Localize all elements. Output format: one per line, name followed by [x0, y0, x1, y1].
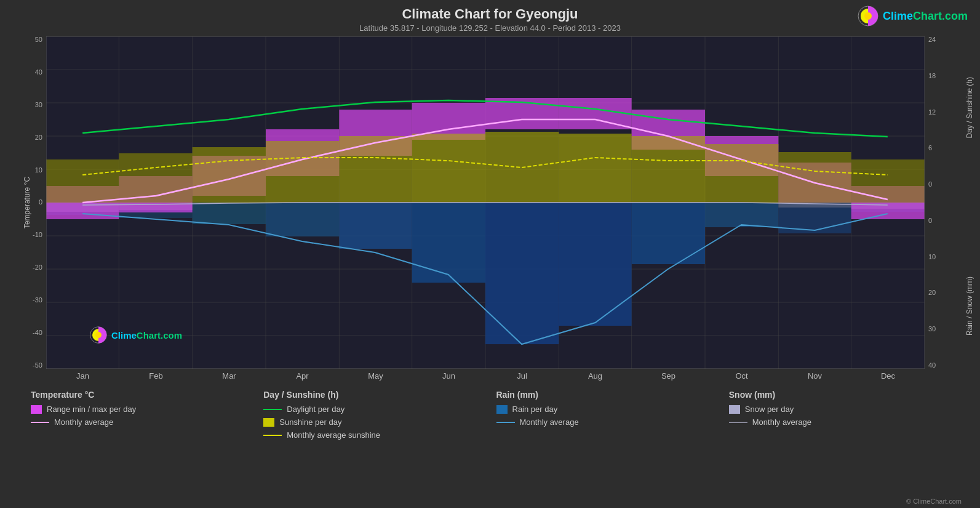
svg-rect-33: [485, 203, 559, 344]
y-tick-0: 0: [39, 199, 42, 206]
svg-rect-62: [559, 134, 631, 203]
legend-rain-label: Rain per day: [512, 405, 558, 414]
logo-icon-bottom: [89, 326, 108, 344]
svg-point-1: [864, 12, 872, 20]
y-tick-neg10: -10: [33, 232, 42, 238]
chart-subtitle: Latitude 35.817 - Longitude 129.252 - El…: [12, 23, 968, 33]
watermark-bottom-left: ClimeChart.com: [89, 326, 182, 344]
x-tick-feb: Feb: [125, 371, 187, 381]
x-tick-may: May: [345, 371, 407, 381]
legend-temperature: Temperature °C Range min / max per day M…: [25, 387, 257, 446]
y-tick-30: 30: [35, 102, 42, 108]
x-tick-jul: Jul: [492, 371, 553, 381]
y-axis-right: 24 18 12 6 0 0 10 20 30 40: [925, 36, 968, 369]
chart-container: Climate Chart for Gyeongju Latitude 35.8…: [0, 0, 980, 508]
svg-rect-57: [193, 147, 266, 203]
watermark-text-bottom: ClimeChart.com: [111, 330, 182, 341]
legend-sunshine-title: Day / Sunshine (h): [263, 390, 484, 400]
svg-rect-63: [632, 136, 705, 203]
copyright: © ClimeChart.com: [906, 498, 962, 505]
y-tick-right-12: 12: [928, 109, 936, 116]
y-tick-right-24: 24: [928, 36, 936, 43]
x-tick-apr: Apr: [272, 371, 333, 381]
legend-sunshine-swatch: Sunshine per day: [263, 417, 484, 427]
legend-rain-per-day: Rain per day: [496, 405, 717, 414]
legend-temp-avg-label: Monthly average: [54, 417, 113, 427]
svg-rect-59: [339, 136, 412, 203]
chart-plot: ClimeChart.com: [46, 36, 925, 369]
y-tick-40: 40: [35, 69, 42, 76]
legend-temp-range-label: Range min / max per day: [47, 405, 136, 414]
svg-rect-31: [339, 203, 412, 249]
x-tick-jun: Jun: [418, 371, 480, 381]
y-tick-right-30: 30: [928, 326, 936, 333]
y-tick-right-0a: 0: [928, 181, 932, 188]
svg-rect-66: [851, 159, 925, 203]
legend-snow-label: Snow per day: [745, 405, 794, 414]
svg-rect-29: [193, 203, 266, 224]
chart-area-wrapper: Temperature °C 50 40 30 20 10 0 -10 -20 …: [12, 36, 968, 369]
y-tick-neg40: -40: [33, 329, 42, 336]
x-axis: Jan Feb Mar Apr May Jun Jul Aug Sep Oct …: [12, 369, 968, 381]
svg-point-3: [95, 332, 102, 338]
legend-snow: Snow (mm) Snow per day Monthly average: [723, 387, 955, 446]
legend-snow-avg-line: [729, 422, 747, 423]
y-tick-right-18: 18: [928, 73, 936, 79]
y-axis-left: Temperature °C 50 40 30 20 10 0 -10 -20 …: [12, 36, 46, 369]
chart-title: Climate Chart for Gyeongju: [12, 6, 968, 22]
legend-sunshine-color: [263, 418, 274, 427]
svg-rect-30: [266, 203, 339, 236]
y-tick-50: 50: [35, 36, 42, 43]
legend-daylight-label: Daylight per day: [287, 405, 345, 414]
legend-area: Temperature °C Range min / max per day M…: [12, 381, 968, 446]
legend-snow-avg-label: Monthly average: [752, 417, 811, 427]
legend-snow-avg: Monthly average: [729, 417, 949, 427]
legend-temp-range-swatch: [31, 405, 42, 414]
legend-sunshine-avg-label: Monthly average sunshine: [287, 430, 380, 440]
legend-temp-avg-line: [31, 422, 49, 423]
legend-sunshine-label: Sunshine per day: [279, 417, 341, 427]
svg-rect-34: [559, 203, 631, 326]
x-tick-mar: Mar: [199, 371, 260, 381]
y-tick-right-6: 6: [928, 145, 932, 151]
x-tick-sep: Sep: [638, 371, 699, 381]
svg-rect-36: [705, 203, 778, 227]
svg-rect-64: [705, 144, 778, 203]
x-tick-oct: Oct: [711, 371, 773, 381]
legend-snow-title: Snow (mm): [729, 390, 949, 400]
y-tick-neg30: -30: [33, 297, 42, 304]
legend-snow-per-day: Snow per day: [729, 405, 949, 414]
y-tick-20: 20: [35, 134, 42, 141]
legend-sunshine-avg: Monthly average sunshine: [263, 430, 484, 440]
legend-rain-title: Rain (mm): [496, 390, 717, 400]
y-axis-left-label: Temperature °C: [23, 177, 31, 228]
y-tick-right-20: 20: [928, 289, 936, 296]
watermark-cyan: Clime: [883, 10, 913, 22]
x-tick-dec: Dec: [858, 371, 919, 381]
legend-temp-avg: Monthly average: [31, 417, 251, 427]
legend-snow-swatch: [729, 405, 740, 414]
legend-rain-avg-label: Monthly average: [520, 417, 579, 427]
y-tick-right-40: 40: [928, 362, 936, 369]
legend-temp-range: Range min / max per day: [31, 405, 251, 414]
legend-sunshine-avg-line: [263, 435, 282, 436]
logo-icon: [857, 5, 879, 27]
legend-daylight-line: [263, 409, 282, 410]
x-tick-jan: Jan: [52, 371, 114, 381]
right-axis-label-sunshine: Day / Sunshine (h): [965, 77, 974, 138]
x-tick-aug: Aug: [565, 371, 626, 381]
watermark-top: ClimeChart.com: [857, 5, 968, 27]
legend-rain-avg: Monthly average: [496, 417, 717, 427]
main-chart-svg: [46, 36, 925, 369]
svg-rect-65: [778, 152, 851, 203]
y-tick-10: 10: [35, 167, 42, 174]
y-tick-neg50: -50: [33, 362, 42, 369]
legend-rain: Rain (mm) Rain per day Monthly average: [490, 387, 723, 446]
y-tick-neg20: -20: [33, 264, 42, 271]
legend-rain-avg-line: [496, 422, 515, 423]
y-tick-right-0b: 0: [928, 217, 932, 224]
y-tick-right-10: 10: [928, 254, 936, 260]
svg-rect-35: [632, 203, 705, 264]
legend-sunshine: Day / Sunshine (h) Daylight per day Suns…: [257, 387, 490, 446]
svg-rect-55: [46, 159, 119, 203]
